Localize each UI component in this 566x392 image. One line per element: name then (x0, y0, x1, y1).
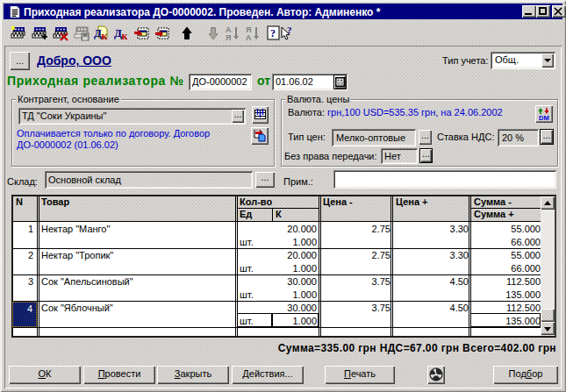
svg-text:?: ? (270, 27, 276, 39)
svg-text:DM: DM (539, 114, 549, 121)
svg-text:?: ? (287, 25, 292, 35)
svg-text:А: А (246, 33, 252, 41)
svg-text:к: к (102, 30, 108, 41)
svg-text:Я: Я (226, 33, 231, 41)
svg-text:к: к (122, 30, 128, 41)
